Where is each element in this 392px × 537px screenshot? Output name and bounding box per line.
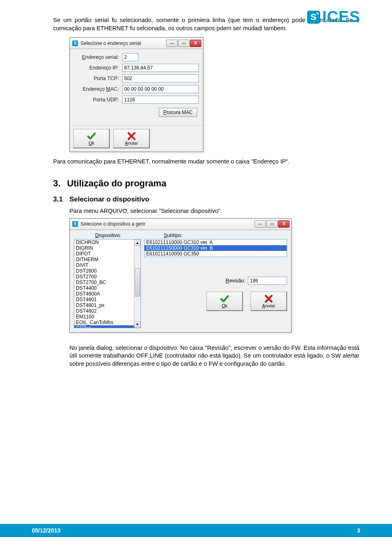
heading-level2: 3. Utilização do programa bbox=[53, 178, 359, 189]
list-item[interactable]: GC3xx bbox=[74, 325, 134, 328]
scroll-up-button[interactable]: ▲ bbox=[134, 239, 140, 246]
dialog-titlebar[interactable]: S Selecione o endereço serial — ▭ X bbox=[70, 38, 203, 49]
ip-input[interactable]: 87.138.84.57 bbox=[122, 64, 199, 72]
logo-text: ICES bbox=[322, 8, 360, 26]
list-item[interactable]: DST4602 bbox=[74, 308, 134, 314]
heading-level3: 3.1 Selecionar o dispositivo bbox=[53, 195, 359, 204]
cross-icon bbox=[127, 132, 136, 141]
minimize-button[interactable]: — bbox=[166, 40, 178, 47]
list-item[interactable]: E610211150000 GC310 ver. B bbox=[145, 245, 287, 251]
close-button[interactable]: X bbox=[190, 40, 201, 47]
scroll-down-button[interactable]: ▼ bbox=[134, 321, 140, 328]
revisao-label: Revisão: bbox=[225, 278, 245, 284]
device-listbox[interactable]: DICHRONDIGRINDIPOTDITHERMDIVITDST2600DST… bbox=[74, 239, 141, 328]
cancel-button[interactable]: Anular bbox=[250, 291, 287, 311]
subtype-listbox[interactable]: E610211110000 GC310 ver. AE610211150000 … bbox=[144, 239, 287, 257]
paragraph-ethernet-note: Para comunicação para ETHERNET, normalme… bbox=[53, 158, 359, 166]
svg-text:S: S bbox=[310, 12, 317, 22]
maximize-button[interactable]: ▭ bbox=[266, 220, 278, 228]
logo-icon: S bbox=[307, 10, 321, 24]
ok-button[interactable]: Ok bbox=[206, 291, 243, 311]
list-item[interactable]: DITHERM bbox=[74, 257, 134, 262]
footer-bar: 05/12/2013 3 bbox=[0, 524, 392, 537]
paragraph-menu-instruction: Para menu ARQUIVO, selecionar "Seleciona… bbox=[69, 208, 359, 214]
udp-input[interactable]: 1116 bbox=[122, 96, 199, 104]
mac-input[interactable]: 00 00 00 00 00 00 bbox=[122, 85, 199, 93]
list-item[interactable]: DST4600A bbox=[74, 291, 134, 297]
check-icon bbox=[87, 132, 96, 141]
close-button[interactable]: X bbox=[278, 220, 290, 228]
list-item[interactable]: E610211410000 GC350 bbox=[145, 251, 287, 257]
dialog-select-device: S Selecione o dispositivo a gerir — ▭ X … bbox=[69, 218, 292, 333]
footer-page: 3 bbox=[357, 527, 360, 534]
list-item[interactable]: DST4601_px bbox=[74, 302, 134, 308]
tcp-label: Porta TCP: bbox=[74, 76, 122, 81]
list-item[interactable]: DIGRIN bbox=[74, 245, 134, 251]
maximize-button[interactable]: ▭ bbox=[178, 40, 189, 47]
list-item[interactable]: DST2700_BC bbox=[74, 280, 134, 285]
revisao-input[interactable]: 199 bbox=[248, 277, 287, 285]
svg-point-2 bbox=[317, 12, 319, 14]
dialog-titlebar[interactable]: S Selecione o dispositivo a gerir — ▭ X bbox=[70, 219, 291, 230]
list-item[interactable]: E610211110000 GC310 ver. A bbox=[145, 239, 287, 245]
subtipo-label: Subtipo: bbox=[139, 233, 287, 238]
dialog-title: Selecione o dispositivo a gerir bbox=[80, 221, 254, 227]
ip-label: Endereço IP: bbox=[74, 65, 122, 71]
list-item[interactable]: DST2600 bbox=[74, 268, 134, 274]
ok-button[interactable]: Ok bbox=[73, 129, 110, 148]
list-item[interactable]: DST4400 bbox=[74, 285, 134, 291]
scroll-thumb[interactable] bbox=[135, 268, 140, 297]
list-item[interactable]: DIPOT bbox=[74, 251, 134, 257]
list-item[interactable]: DICHRON bbox=[74, 239, 134, 245]
serial-input[interactable]: 2 bbox=[122, 53, 138, 61]
dialog-serial-address: S Selecione o endereço serial — ▭ X Ende… bbox=[69, 37, 203, 152]
paragraph-dialog-instruction: No janela dialog, selecionar o dispositi… bbox=[69, 344, 359, 368]
app-icon: S bbox=[72, 221, 78, 227]
brand-logo: S ICES bbox=[307, 8, 360, 26]
tcp-input[interactable]: 502 bbox=[122, 74, 199, 83]
scrollbar[interactable]: ▲ ▼ bbox=[134, 239, 140, 328]
cancel-button[interactable]: Anular bbox=[113, 129, 150, 148]
mac-label: Endereço MAC: bbox=[74, 86, 122, 92]
list-item[interactable]: DST2700 bbox=[74, 274, 134, 280]
serial-label: Endereço serial: bbox=[74, 54, 122, 60]
list-item[interactable]: EM1100 bbox=[74, 314, 134, 320]
list-item[interactable]: DIVIT bbox=[74, 262, 134, 268]
list-item[interactable]: DST4601 bbox=[74, 297, 134, 302]
check-icon bbox=[220, 294, 229, 303]
footer-date: 05/12/2013 bbox=[32, 527, 60, 534]
cross-icon bbox=[264, 294, 273, 303]
dispositivo-label: Dispositivo: bbox=[74, 233, 139, 238]
app-icon: S bbox=[72, 40, 78, 46]
list-item[interactable]: EOIL_CanToMbs bbox=[74, 320, 134, 325]
dialog-title: Selecione o endereço serial bbox=[80, 40, 166, 46]
udp-label: Porta UDP: bbox=[74, 97, 122, 103]
procura-mac-button[interactable]: Procura MAC bbox=[159, 108, 197, 117]
minimize-button[interactable]: — bbox=[254, 220, 266, 228]
